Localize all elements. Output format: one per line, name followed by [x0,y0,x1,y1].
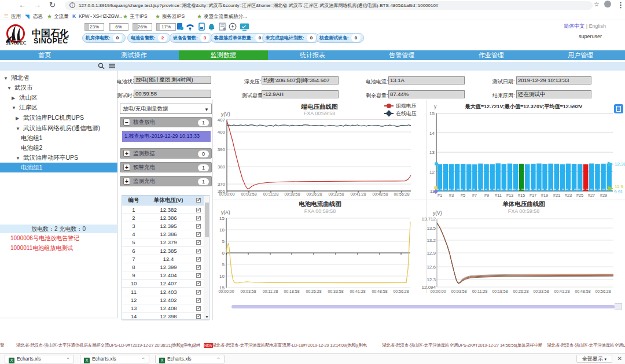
svg-text:00:48:58: 00:48:58 [575,289,590,293]
svg-text:y(V): y(V) [433,210,442,216]
svg-text:10: 10 [219,227,225,233]
svg-text:00:03:58: 00:03:58 [240,289,256,293]
svg-text:5: 5 [222,239,225,244]
svg-text:00:18:58: 00:18:58 [284,192,300,196]
svg-text:00:56:28: 00:56:28 [393,289,409,293]
svg-text:#29: #29 [600,193,608,198]
svg-text:FXA 00:59:58: FXA 00:59:58 [304,111,336,116]
svg-text:单体电压曲线图: 单体电压曲线图 [502,200,545,207]
svg-text:0: 0 [222,251,225,256]
svg-text:13.712: 13.712 [422,216,436,222]
svg-text:13.2: 13.2 [427,238,436,243]
svg-text:00:56:28: 00:56:28 [595,289,611,293]
svg-text:00:26:28: 00:26:28 [513,289,528,293]
svg-text:电池电流曲线图: 电池电流曲线图 [299,200,341,207]
svg-text:12.9: 12.9 [427,251,436,256]
svg-text:最大值=12.721V;最小值=12.370V;平均值=12: 最大值=12.721V;最小值=12.370V;平均值=12.592V [465,104,582,109]
svg-text:00:11:28: 00:11:28 [472,289,488,293]
svg-text:00:18:58: 00:18:58 [284,289,299,293]
svg-text:#15: #15 [518,193,525,198]
svg-text:#7: #7 [472,193,477,198]
svg-text:00:41:28: 00:41:28 [350,192,366,196]
svg-text:370: 370 [218,182,226,187]
svg-text:y: y [434,104,437,109]
svg-text:#19: #19 [541,193,549,198]
svg-text:00:03:58: 00:03:58 [241,192,256,196]
svg-text:端电压曲线图: 端电压曲线图 [301,103,338,110]
svg-text:#1: #1 [438,193,442,198]
svg-text:00:41:28: 00:41:28 [350,289,365,293]
svg-text:00:33:58: 00:33:58 [328,192,344,196]
svg-text:400: 400 [218,130,226,135]
svg-text:390: 390 [218,147,226,152]
svg-text:00:00:00: 00:00:00 [219,192,234,196]
svg-text:12: 12 [429,170,435,175]
svg-text:00:41:28: 00:41:28 [554,289,569,293]
svg-text:15: 15 [219,216,225,221]
svg-text:y(V): y(V) [221,111,230,117]
svg-text:9.91: 9.91 [614,189,623,194]
svg-text:#27: #27 [588,193,595,198]
svg-text:#21: #21 [553,193,561,198]
svg-text:00:26:28: 00:26:28 [306,289,321,293]
svg-text:00:26:28: 00:26:28 [306,192,322,196]
svg-text:#25: #25 [576,193,584,198]
svg-text:00:00:00: 00:00:00 [218,289,234,293]
svg-text:00:11:28: 00:11:28 [263,289,278,293]
svg-text:y(A): y(A) [221,209,230,215]
svg-text:5: 5 [222,262,225,267]
svg-text:407: 407 [218,117,226,123]
svg-text:00:48:58: 00:48:58 [372,192,388,196]
svg-text:12.3: 12.3 [427,277,436,282]
svg-text:00:33:58: 00:33:58 [533,289,549,293]
svg-text:00:56:28: 00:56:28 [394,192,409,196]
svg-text:11.9: 11.9 [615,184,624,189]
svg-text:组端电压: 组端电压 [396,103,417,109]
svg-text:在线电压: 在线电压 [396,111,417,116]
svg-text:12.38: 12.38 [615,161,625,167]
svg-text:#11: #11 [495,193,502,198]
svg-text:SINOPEC: SINOPEC [6,41,27,46]
svg-text:#3: #3 [449,193,454,198]
svg-text:14: 14 [429,131,435,136]
svg-text:00:48:58: 00:48:58 [372,289,387,293]
svg-text:00:00:00: 00:00:00 [430,289,446,293]
svg-text:00:11:28: 00:11:28 [263,192,279,196]
svg-text:#5: #5 [461,193,465,198]
svg-text:00:03:58: 00:03:58 [451,289,466,293]
svg-text:13.5: 13.5 [427,226,436,231]
svg-text:FXA 00:59:58: FXA 00:59:58 [304,208,336,214]
svg-text:00:33:58: 00:33:58 [328,289,343,293]
svg-text:15: 15 [429,111,435,116]
svg-text:13: 13 [429,150,435,155]
svg-text:#13: #13 [506,193,514,198]
svg-text:12.6: 12.6 [427,264,436,270]
svg-text:00:18:58: 00:18:58 [492,289,508,293]
svg-text:380: 380 [218,164,226,170]
svg-text:FXA 00:59:58: FXA 00:59:58 [508,208,540,214]
svg-text:#23: #23 [565,193,572,198]
svg-text:#9: #9 [484,193,489,198]
svg-text:10: 10 [219,274,225,279]
svg-text:#17: #17 [530,193,537,198]
